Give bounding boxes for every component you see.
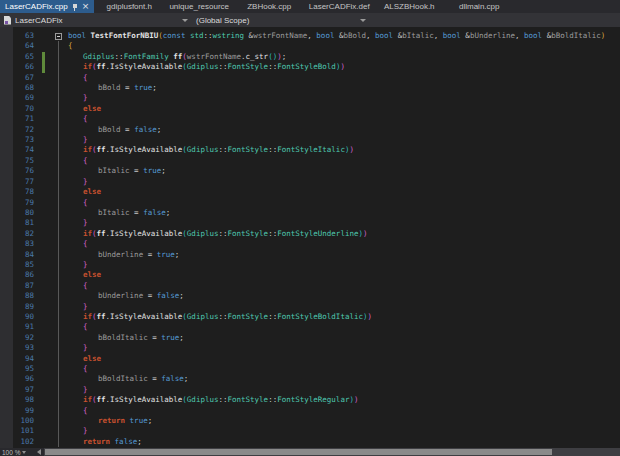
pin-icon[interactable] <box>72 3 78 11</box>
breakpoint-cell[interactable] <box>0 83 13 93</box>
fold-margin[interactable] <box>45 156 66 166</box>
breakpoint-cell[interactable] <box>0 291 13 301</box>
code-line[interactable]: 94 else <box>0 354 620 364</box>
breakpoint-cell[interactable] <box>0 437 13 447</box>
breakpoint-cell[interactable] <box>0 166 13 176</box>
breakpoint-cell[interactable] <box>0 208 13 218</box>
horizontal-scrollbar[interactable] <box>44 448 620 456</box>
breakpoint-cell[interactable] <box>0 250 13 260</box>
breakpoint-cell[interactable] <box>0 104 13 114</box>
breakpoint-cell[interactable] <box>0 198 13 208</box>
code-line[interactable]: 73 } <box>0 135 620 145</box>
code-line[interactable]: 85 } <box>0 260 620 270</box>
breakpoint-cell[interactable] <box>0 177 13 187</box>
code-line[interactable]: 71 { <box>0 114 620 124</box>
breakpoint-cell[interactable] <box>0 135 13 145</box>
breakpoint-cell[interactable] <box>0 125 13 135</box>
fold-margin[interactable] <box>45 145 66 155</box>
code-line[interactable]: 68 bBold = true; <box>0 83 620 93</box>
horizontal-scrollbar-thumb[interactable] <box>45 449 552 455</box>
fold-margin[interactable] <box>45 52 66 62</box>
tab[interactable]: ALSZBHook.h <box>374 0 444 13</box>
code-line[interactable]: 67 { <box>0 73 620 83</box>
fold-margin[interactable] <box>45 218 66 228</box>
code-line[interactable]: 76 bItalic = true; <box>0 166 620 176</box>
code-line[interactable]: 83 { <box>0 239 620 249</box>
fold-margin[interactable] <box>45 250 66 260</box>
fold-margin[interactable] <box>45 322 66 332</box>
fold-margin[interactable] <box>45 333 66 343</box>
breakpoint-cell[interactable] <box>0 395 13 405</box>
fold-margin[interactable] <box>45 291 66 301</box>
code-line[interactable]: 97 } <box>0 385 620 395</box>
code-line[interactable]: 70 else <box>0 104 620 114</box>
tab[interactable]: LaserCADFix.def <box>304 0 374 13</box>
breakpoint-cell[interactable] <box>0 114 13 124</box>
code-line[interactable]: 65 Gdiplus::FontFamily ff(wstrFontName.c… <box>0 52 620 62</box>
fold-margin[interactable] <box>45 177 66 187</box>
fold-margin[interactable] <box>45 198 66 208</box>
code-line[interactable]: 84 bUnderline = true; <box>0 250 620 260</box>
breakpoint-cell[interactable] <box>0 343 13 353</box>
member-dropdown[interactable]: (Global Scope) <box>192 13 370 27</box>
breakpoint-cell[interactable] <box>0 322 13 332</box>
code-line[interactable]: 95 { <box>0 364 620 374</box>
breakpoint-cell[interactable] <box>0 260 13 270</box>
fold-margin[interactable] <box>45 437 66 447</box>
breakpoint-cell[interactable] <box>0 73 13 83</box>
breakpoint-cell[interactable] <box>0 354 13 364</box>
fold-margin[interactable] <box>45 41 66 51</box>
breakpoint-cell[interactable] <box>0 364 13 374</box>
code-line[interactable]: 86 else <box>0 270 620 280</box>
breakpoint-cell[interactable] <box>0 62 13 72</box>
code-line[interactable]: 99 { <box>0 406 620 416</box>
fold-margin[interactable] <box>45 374 66 384</box>
code-editor[interactable]: 63 bool TestFontForNBIU(const std::wstri… <box>0 27 620 448</box>
code-line[interactable]: 69 } <box>0 93 620 103</box>
code-line[interactable]: 96 bBoldItalic = false; <box>0 374 620 384</box>
fold-margin[interactable] <box>45 281 66 291</box>
fold-margin[interactable] <box>45 31 66 41</box>
fold-margin[interactable] <box>45 166 66 176</box>
breakpoint-cell[interactable] <box>0 218 13 228</box>
breakpoint-cell[interactable] <box>0 156 13 166</box>
code-line[interactable]: 82 if(ff.IsStyleAvailable(Gdiplus::FontS… <box>0 229 620 239</box>
fold-margin[interactable] <box>45 83 66 93</box>
fold-margin[interactable] <box>45 62 66 72</box>
chevron-down-icon[interactable] <box>22 451 26 454</box>
breakpoint-cell[interactable] <box>0 187 13 197</box>
fold-margin[interactable] <box>45 406 66 416</box>
breakpoint-cell[interactable] <box>0 145 13 155</box>
code-line[interactable]: 101 } <box>0 426 620 436</box>
code-line[interactable]: 63 bool TestFontForNBIU(const std::wstri… <box>0 31 620 41</box>
code-line[interactable]: 79 { <box>0 198 620 208</box>
scope-dropdown[interactable]: LaserCADFix <box>0 13 192 27</box>
code-line[interactable]: 91 { <box>0 322 620 332</box>
fold-margin[interactable] <box>45 260 66 270</box>
chevron-down-icon[interactable] <box>182 19 188 22</box>
fold-margin[interactable] <box>45 125 66 135</box>
code-line[interactable]: 87 { <box>0 281 620 291</box>
collapse-region-icon[interactable] <box>55 33 62 40</box>
code-line[interactable]: 80 bItalic = false; <box>0 208 620 218</box>
breakpoint-cell[interactable] <box>0 31 13 41</box>
code-line[interactable]: 77 } <box>0 177 620 187</box>
breakpoint-cell[interactable] <box>0 229 13 239</box>
breakpoint-cell[interactable] <box>0 312 13 322</box>
fold-margin[interactable] <box>45 93 66 103</box>
fold-margin[interactable] <box>45 354 66 364</box>
code-line[interactable]: 100 return true; <box>0 416 620 426</box>
code-line[interactable]: 81 } <box>0 218 620 228</box>
breakpoint-cell[interactable] <box>0 281 13 291</box>
zoom-level-control[interactable]: 100 % <box>0 448 34 456</box>
code-line[interactable]: 98 if(ff.IsStyleAvailable(Gdiplus::FontS… <box>0 395 620 405</box>
breakpoint-cell[interactable] <box>0 270 13 280</box>
fold-margin[interactable] <box>45 270 66 280</box>
code-line[interactable]: 88 bUnderline = false; <box>0 291 620 301</box>
fold-margin[interactable] <box>45 208 66 218</box>
fold-margin[interactable] <box>45 135 66 145</box>
breakpoint-cell[interactable] <box>0 52 13 62</box>
fold-margin[interactable] <box>45 312 66 322</box>
scroll-left-button[interactable] <box>34 448 44 456</box>
code-line[interactable]: 93 } <box>0 343 620 353</box>
